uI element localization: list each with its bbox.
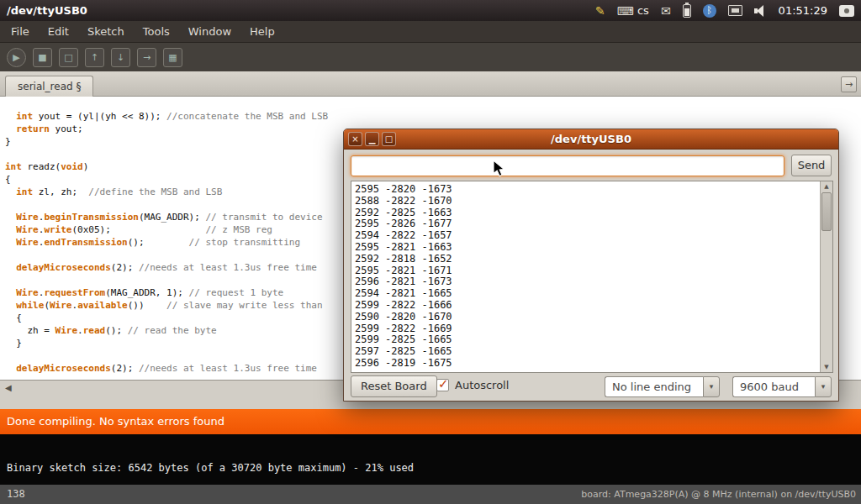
serial-line: 2595 -2821 -1671 [355, 265, 829, 277]
serial-output-area: 2595 -2820 -16732588 -2822 -16702592 -28… [351, 181, 833, 373]
top-panel: /dev/ttyUSB0 ✎ ⌨ cs ✉ ᛒ 01:51:29 [0, 0, 861, 21]
serial-monitor-title: /dev/ttyUSB0 [344, 129, 838, 150]
console-output: Binary sketch size: 6542 bytes (of a 307… [7, 462, 414, 474]
menu-item-window[interactable]: Window [179, 21, 240, 42]
new-sketch-button[interactable]: □ [59, 48, 78, 67]
chevron-down-icon[interactable]: ▾ [703, 376, 720, 397]
serial-monitor-controls: Reset Board ✓ Autoscroll No line ending … [344, 372, 838, 401]
code-line: int yout = (yl|(yh << 8)); //concatenate… [5, 110, 861, 123]
panel-window-title: /dev/ttyUSB0 [7, 4, 87, 17]
tab-serial-read[interactable]: serial_read § [5, 76, 93, 97]
menu-item-edit[interactable]: Edit [39, 21, 78, 42]
serial-line: 2597 -2825 -1665 [355, 346, 829, 358]
keyboard-icon: ⌨ [617, 5, 634, 17]
system-tray: ✎ ⌨ cs ✉ ᛒ 01:51:29 [595, 4, 854, 18]
mail-icon[interactable]: ✉ [661, 5, 671, 17]
session-menu-icon[interactable] [839, 5, 854, 17]
serial-output: 2595 -2820 -16732588 -2822 -16702592 -28… [351, 181, 832, 370]
toolbar: ▶■□↑↓→▦ [0, 43, 861, 71]
scroll-up-icon[interactable]: ▲ [821, 183, 832, 190]
stop-button[interactable]: ■ [33, 48, 52, 67]
serial-line: 2592 -2818 -1652 [355, 254, 829, 265]
build-console: Binary sketch size: 6542 bytes (of a 307… [0, 434, 861, 485]
upload-button[interactable]: → [137, 48, 156, 67]
bluetooth-icon[interactable]: ᛒ [703, 4, 716, 18]
tab-menu-button[interactable]: → [841, 76, 857, 92]
line-ending-value: No line ending [605, 376, 703, 397]
serial-line: 2590 -2820 -1670 [355, 312, 829, 323]
keyboard-indicator[interactable]: ⌨ cs [617, 4, 649, 17]
menu-item-file[interactable]: File [2, 21, 39, 42]
keyboard-layout-label: cs [637, 4, 649, 17]
scrollbar-thumb[interactable] [821, 192, 832, 231]
serial-monitor-titlebar[interactable]: ×▁□ /dev/ttyUSB0 [344, 129, 838, 150]
autoscroll-label: Autoscroll [455, 379, 509, 391]
scroll-left-icon[interactable]: ◀ [5, 383, 12, 392]
autoscroll-control[interactable]: ✓ Autoscroll [436, 379, 509, 391]
compile-message: Done compiling. No syntax errors found [7, 415, 224, 428]
serial-line: 2596 -2819 -1675 [355, 358, 829, 370]
status-bar: 138 board: ATmega328P(A) @ 8 MHz (intern… [0, 485, 861, 504]
serial-line: 2595 -2826 -1677 [355, 218, 829, 230]
autoscroll-check-icon: ✓ [438, 376, 449, 391]
autoscroll-checkbox[interactable]: ✓ [436, 379, 449, 391]
open-button[interactable]: ↑ [85, 48, 104, 67]
send-button[interactable]: Send [791, 155, 832, 176]
battery-icon[interactable] [683, 4, 691, 18]
window-buttons: ×▁□ [348, 132, 396, 146]
close-button[interactable]: × [348, 132, 362, 146]
tab-bar: serial_read § → [0, 71, 861, 97]
serial-line: 2592 -2825 -1663 [355, 207, 829, 219]
board-info: board: ATmega328P(A) @ 8 MHz (internal) … [581, 489, 856, 500]
serial-line: 2595 -2820 -1673 [355, 184, 829, 196]
serial-line: 2594 -2822 -1657 [355, 230, 829, 242]
line-ending-dropdown[interactable]: No line ending ▾ [605, 376, 720, 397]
notes-icon[interactable]: ✎ [595, 5, 605, 17]
serial-line: 2599 -2825 -1665 [355, 334, 829, 346]
serial-line: 2588 -2822 -1670 [355, 196, 829, 207]
serial-monitor-window: ×▁□ /dev/ttyUSB0 Send 2595 -2820 -167325… [343, 129, 839, 402]
menu-item-help[interactable]: Help [240, 21, 284, 42]
scroll-down-icon[interactable]: ▼ [821, 364, 832, 370]
baud-rate-dropdown[interactable]: 9600 baud ▾ [732, 376, 832, 397]
serial-line: 2599 -2822 -1666 [355, 300, 829, 312]
minimize-button[interactable]: ▁ [365, 132, 379, 146]
serial-monitor-button[interactable]: ▦ [163, 48, 182, 67]
volume-icon[interactable] [754, 5, 767, 17]
serial-line: 2599 -2822 -1669 [355, 323, 829, 335]
serial-input[interactable] [351, 155, 784, 176]
serial-line: 2596 -2821 -1673 [355, 276, 829, 288]
serial-scrollbar[interactable]: ▲ ▼ [820, 181, 832, 372]
clock[interactable]: 01:51:29 [779, 4, 827, 17]
chevron-down-icon[interactable]: ▾ [815, 376, 832, 397]
reset-board-button[interactable]: Reset Board [351, 375, 437, 397]
menu-item-tools[interactable]: Tools [134, 21, 179, 42]
serial-line: 2594 -2821 -1665 [355, 288, 829, 300]
line-number: 138 [7, 488, 25, 500]
verify-button[interactable]: ▶ [7, 48, 26, 67]
mouse-cursor [493, 160, 505, 180]
volume-icon-triangle [757, 5, 763, 17]
maximize-button[interactable]: □ [382, 132, 396, 146]
compile-status-bar: Done compiling. No syntax errors found [0, 409, 861, 434]
network-icon[interactable] [728, 5, 742, 16]
save-button[interactable]: ↓ [111, 48, 130, 67]
menu-bar: FileEditSketchToolsWindowHelp [0, 21, 861, 43]
serial-line: 2595 -2821 -1663 [355, 242, 829, 254]
menu-item-sketch[interactable]: Sketch [78, 21, 134, 42]
baud-rate-value: 9600 baud [732, 376, 815, 397]
